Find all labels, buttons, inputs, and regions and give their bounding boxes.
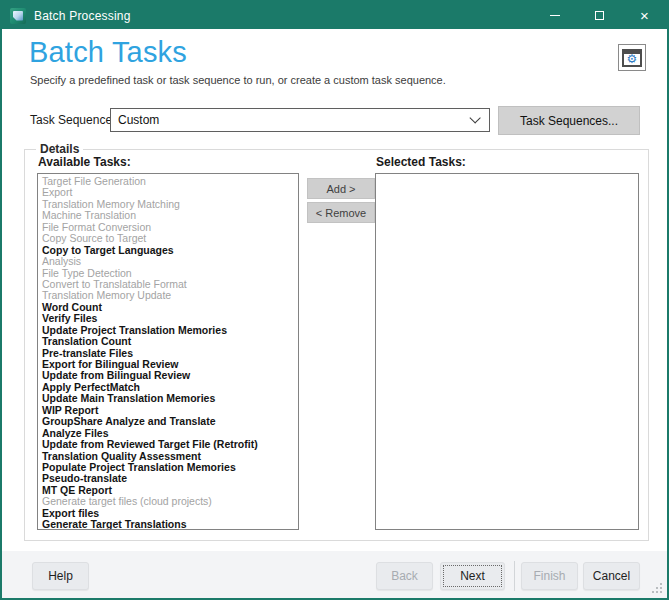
chevron-down-icon xyxy=(469,112,480,123)
list-item[interactable]: Target File Generation xyxy=(38,176,298,187)
available-tasks-label: Available Tasks: xyxy=(38,155,131,169)
selected-tasks-label: Selected Tasks: xyxy=(376,155,466,169)
list-item[interactable]: Generate Target Translations xyxy=(38,519,298,530)
window-title: Batch Processing xyxy=(34,9,131,23)
list-item[interactable]: Populate Project Translation Memories xyxy=(38,462,298,473)
list-item[interactable]: Translation Memory Update xyxy=(38,290,298,301)
gear-glyph: ⚙ xyxy=(627,53,638,65)
finish-button[interactable]: Finish xyxy=(521,562,578,590)
maximize-button[interactable] xyxy=(577,2,622,29)
gear-icon: ⚙ xyxy=(622,49,642,67)
list-item[interactable]: Update from Bilingual Review xyxy=(38,370,298,381)
list-item[interactable]: Analyze Files xyxy=(38,428,298,439)
list-item[interactable]: File Format Conversion xyxy=(38,222,298,233)
list-item[interactable]: Machine Translation xyxy=(38,210,298,221)
page-subtitle: Specify a predefined task or task sequen… xyxy=(30,74,446,86)
list-item[interactable]: Apply PerfectMatch xyxy=(38,382,298,393)
list-item[interactable]: GroupShare Analyze and Translate xyxy=(38,416,298,427)
page-title: Batch Tasks xyxy=(29,36,187,69)
close-button[interactable]: × xyxy=(622,2,667,29)
add-button[interactable]: Add > xyxy=(307,178,375,199)
list-item[interactable]: Export files xyxy=(38,508,298,519)
list-item[interactable]: Copy Source to Target xyxy=(38,233,298,244)
title-bar: Batch Processing × xyxy=(2,2,667,29)
settings-button[interactable]: ⚙ xyxy=(618,44,646,71)
list-item[interactable]: Update Main Translation Memories xyxy=(38,393,298,404)
list-item[interactable]: Update Project Translation Memories xyxy=(38,325,298,336)
back-button[interactable]: Back xyxy=(376,562,433,590)
selected-tasks-list[interactable] xyxy=(375,173,639,530)
list-item[interactable]: Update from Reviewed Target File (Retrof… xyxy=(38,439,298,450)
cancel-button[interactable]: Cancel xyxy=(583,562,640,590)
list-item[interactable]: Translation Count xyxy=(38,336,298,347)
list-item[interactable]: Word Count xyxy=(38,302,298,313)
task-sequence-label: Task Sequence: xyxy=(30,113,115,127)
list-item[interactable]: Pseudo-translate xyxy=(38,473,298,484)
maximize-icon xyxy=(595,11,604,20)
list-item[interactable]: Export xyxy=(38,187,298,198)
next-button[interactable]: Next xyxy=(440,562,505,590)
remove-button[interactable]: < Remove xyxy=(307,202,375,223)
close-icon: × xyxy=(640,8,649,23)
minimize-icon xyxy=(550,15,560,16)
app-icon xyxy=(10,8,26,24)
list-item[interactable]: File Type Detection xyxy=(38,268,298,279)
list-item[interactable]: Analysis xyxy=(38,256,298,267)
minimize-button[interactable] xyxy=(532,2,577,29)
task-sequences-button[interactable]: Task Sequences... xyxy=(498,106,640,135)
list-item[interactable]: Copy to Target Languages xyxy=(38,245,298,256)
list-item[interactable]: Generate target files (cloud projects) xyxy=(38,496,298,507)
app-icon-mark xyxy=(13,11,23,21)
footer-separator xyxy=(514,561,515,591)
list-item[interactable]: Verify Files xyxy=(38,313,298,324)
list-item[interactable]: WIP Report xyxy=(38,405,298,416)
list-item[interactable]: Export for Bilingual Review xyxy=(38,359,298,370)
resize-grip[interactable] xyxy=(651,583,662,594)
list-item[interactable]: Convert to Translatable Format xyxy=(38,279,298,290)
window-controls: × xyxy=(532,2,667,29)
list-item[interactable]: MT QE Report xyxy=(38,485,298,496)
task-sequence-value: Custom xyxy=(118,113,469,127)
list-item[interactable]: Translation Quality Assessment xyxy=(38,451,298,462)
footer-bar: Help Back Next Finish Cancel xyxy=(2,551,667,598)
list-item[interactable]: Translation Memory Matching xyxy=(38,199,298,210)
details-group-label: Details xyxy=(36,142,83,156)
batch-processing-dialog: Batch Processing × Batch Tasks Specify a… xyxy=(0,0,669,600)
help-button[interactable]: Help xyxy=(32,562,89,590)
available-tasks-list[interactable]: Target File GenerationExportTranslation … xyxy=(37,173,299,530)
list-item[interactable]: Pre-translate Files xyxy=(38,348,298,359)
task-sequence-combobox[interactable]: Custom xyxy=(110,108,490,132)
